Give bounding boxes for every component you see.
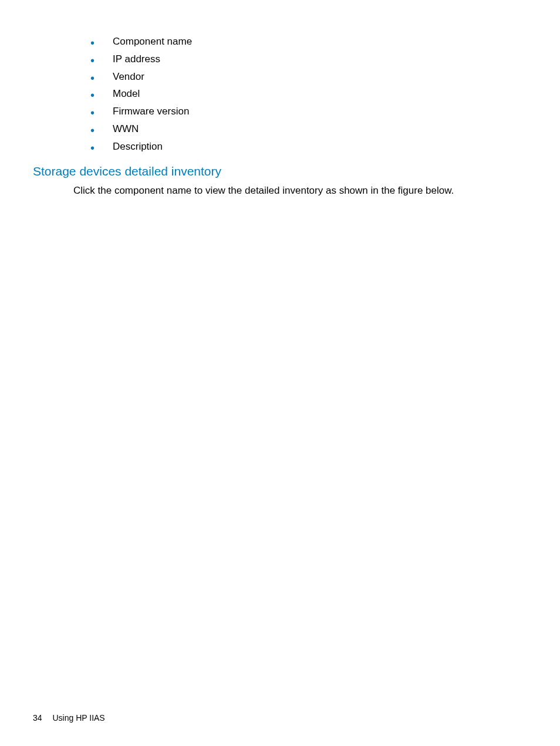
list-item-text: Vendor [113, 71, 144, 82]
section-heading: Storage devices detailed inventory [33, 164, 527, 178]
list-item-text: Description [113, 141, 163, 152]
bullet-list: Component name IP address Vendor Model F… [90, 33, 527, 155]
list-item-text: Firmware version [113, 106, 189, 117]
list-item: Vendor [90, 68, 527, 86]
page-footer: 34 Using HP IIAS [33, 713, 105, 723]
footer-section-title: Using HP IIAS [52, 713, 104, 723]
list-item: Description [90, 138, 527, 156]
section-body: Click the component name to view the det… [73, 183, 527, 198]
list-item: Firmware version [90, 103, 527, 120]
page-number: 34 [33, 713, 42, 723]
list-item: Model [90, 85, 527, 103]
page-content: Component name IP address Vendor Model F… [0, 0, 560, 198]
list-item-text: WWN [113, 123, 139, 134]
list-item: Component name [90, 33, 527, 50]
list-item-text: Model [113, 88, 140, 99]
list-item-text: Component name [113, 36, 192, 47]
list-item: IP address [90, 50, 527, 68]
list-item-text: IP address [113, 53, 160, 65]
list-item: WWN [90, 120, 527, 138]
